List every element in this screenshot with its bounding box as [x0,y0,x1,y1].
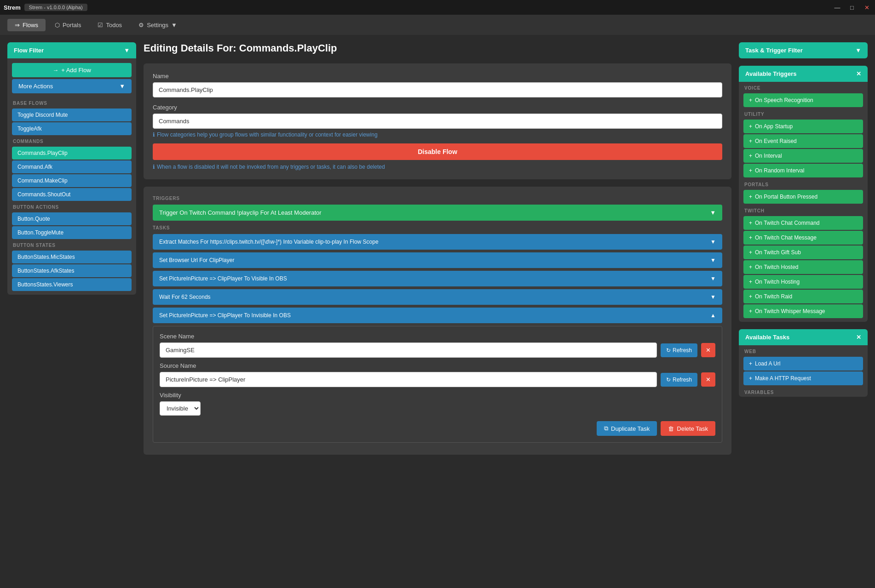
delete-task-icon: 🗑 [668,425,674,432]
tab-settings[interactable]: ⚙ Settings ▼ [131,19,184,31]
flow-item-buttonstates-micstates[interactable]: ButtonStates.MicStates [12,251,132,263]
trigger-on-twitch-raid[interactable]: + On Twitch Raid [743,290,863,303]
available-triggers-chevron: ✕ [856,70,861,77]
section-commands: COMMANDS [7,136,136,146]
app-version: Strem - v1.0.0.0 (Alpha) [24,4,87,11]
scene-name-label: Scene Name [160,333,715,340]
trigger-on-twitch-hosted[interactable]: + On Twitch Hosted [743,260,863,274]
trigger-plus-icon-chat-cmd: + [749,220,752,226]
category-label: Category [153,104,722,111]
task-load-a-url[interactable]: + Load A Url [743,357,863,371]
trigger-on-twitch-whisper[interactable]: + On Twitch Whisper Message [743,304,863,318]
scene-delete-button[interactable]: ✕ [701,343,715,357]
trigger-plus-icon-speech: + [749,97,752,103]
refresh-label: Refresh [673,347,692,354]
source-refresh-button[interactable]: ↻ Refresh [661,373,697,387]
flow-item-commands-shoutout[interactable]: Commands.ShoutOut [12,188,132,201]
minimize-button[interactable]: — [833,4,842,11]
triggers-label: TRIGGERS [153,196,722,201]
task-item-4[interactable]: Set PictureInPicture => ClipPlayer To In… [153,308,722,323]
task-item-3[interactable]: Wait For 62 Seconds ▼ [153,289,722,305]
trigger-plus-icon-chat-msg: + [749,234,752,241]
trigger-on-speech-recognition[interactable]: + On Speech Recognition [743,93,863,107]
add-flow-button[interactable]: → + Add Flow [12,63,132,77]
trigger-plus-icon-hosting: + [749,279,752,285]
visibility-select[interactable]: Invisible Visible [160,401,201,416]
trigger-on-portal-button[interactable]: + On Portal Button Pressed [743,190,863,204]
trigger-on-random-interval[interactable]: + On Random Interval [743,164,863,177]
source-delete-button[interactable]: ✕ [701,372,715,387]
scene-refresh-button[interactable]: ↻ Refresh [661,343,697,357]
tab-portals[interactable]: ⬡ Portals [47,19,88,31]
close-button[interactable]: ✕ [862,4,871,11]
source-name-input[interactable] [160,372,657,387]
available-tasks-chevron: ✕ [856,334,861,341]
trigger-plus-icon-interval: + [749,153,752,159]
trigger-plus-icon-startup: + [749,123,752,130]
source-name-row: ↻ Refresh ✕ [160,372,715,387]
source-refresh-icon: ↻ [666,377,671,383]
flow-item-buttonstates-afkstates[interactable]: ButtonStates.AfkStates [12,264,132,277]
source-refresh-label: Refresh [673,377,692,383]
flow-filter-header: Flow Filter ▼ [7,42,136,58]
trigger-on-twitch-chat-command[interactable]: + On Twitch Chat Command [743,216,863,230]
task-item-1[interactable]: Set Browser Url For ClipPlayer ▼ [153,252,722,268]
app-logo: Strem [4,4,21,11]
main-layout: Flow Filter ▼ → + Add Flow More Actions … [0,35,875,588]
duplicate-task-button[interactable]: ⧉ Duplicate Task [597,421,657,436]
task-label-3: Wait For 62 Seconds [159,294,211,300]
flow-item-commands-playclip[interactable]: Commands.PlayClip [12,147,132,160]
trigger-on-interval[interactable]: + On Interval [743,149,863,163]
disable-flow-button[interactable]: Disable Flow [153,143,722,160]
trigger-whisper-label: On Twitch Whisper Message [755,308,825,314]
tasks-label: TASKS [153,225,722,230]
available-triggers-header: Available Triggers ✕ [739,66,868,82]
task-item-2[interactable]: Set PictureInPicture => ClipPlayer To Vi… [153,271,722,286]
task-plus-icon-http: + [749,375,752,382]
trigger-on-twitch-gift-sub[interactable]: + On Twitch Gift Sub [743,245,863,259]
refresh-icon: ↻ [666,347,671,354]
info-icon: ℹ [153,131,155,138]
flow-item-toggleafk[interactable]: ToggleAfk [12,122,132,135]
task-chevron-icon-1: ▼ [710,257,716,263]
category-input[interactable] [153,114,722,129]
flow-item-command-afk[interactable]: Command.Afk [12,160,132,173]
flow-item-command-makeclip[interactable]: Command.MakeClip [12,174,132,187]
trigger-random-label: On Random Interval [755,167,804,174]
tab-portals-label: Portals [63,22,81,29]
portals-section-label: PORTALS [739,178,868,189]
trigger-on-event-raised[interactable]: + On Event Raised [743,134,863,148]
disable-info-icon: ℹ [153,164,155,170]
name-label: Name [153,73,722,80]
maximize-button[interactable]: □ [847,4,857,11]
more-actions-label: More Actions [18,83,53,90]
flow-item-button-quote[interactable]: Button.Quote [12,212,132,225]
scene-name-input[interactable] [160,343,657,358]
settings-chevron-icon: ▼ [171,22,177,29]
trigger-on-twitch-hosting[interactable]: + On Twitch Hosting [743,275,863,289]
task-make-http-request[interactable]: + Make A HTTP Request [743,371,863,385]
more-actions-chevron-icon: ▼ [119,83,125,90]
trigger-on-twitch-chat-message[interactable]: + On Twitch Chat Message [743,231,863,245]
todos-icon: ☑ [98,22,103,29]
flow-item-toggle-discord-mute[interactable]: Toggle Discord Mute [12,108,132,121]
flow-item-buttonsstates-viewers[interactable]: ButtonsStates.Viewers [12,278,132,291]
trigger-on-app-startup[interactable]: + On App Startup [743,120,863,133]
tab-todos[interactable]: ☑ Todos [90,19,129,31]
add-flow-icon: → [52,67,58,74]
utility-section-label: UTILITY [739,108,868,119]
more-actions-button[interactable]: More Actions ▼ [12,79,132,93]
trigger-chevron-icon: ▼ [710,209,716,216]
task-item-0[interactable]: Extract Matches For https://clips.twitch… [153,234,722,250]
trigger-item[interactable]: Trigger On Twitch Command !playclip For … [153,205,722,221]
voice-section-label: VOICE [739,82,868,92]
task-chevron-icon-0: ▼ [710,239,716,245]
trigger-raid-label: On Twitch Raid [755,293,792,300]
tab-flows[interactable]: ⇒ Flows [7,19,46,31]
flow-item-button-togglemute[interactable]: Button.ToggleMute [12,226,132,239]
trigger-chat-cmd-label: On Twitch Chat Command [755,220,820,226]
task-chevron-icon-4: ▲ [710,312,716,319]
name-input[interactable] [153,82,722,97]
delete-task-button[interactable]: 🗑 Delete Task [661,421,715,436]
task-http-label: Make A HTTP Request [755,375,811,382]
